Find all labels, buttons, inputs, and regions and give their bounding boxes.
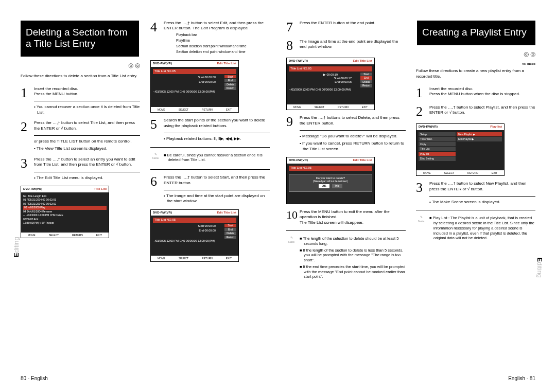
step-text: Press the …,† button to select Title Lis… [34,120,140,131]
ss-footer-item: SELECT [444,171,454,175]
ss-info: --/03/2005 12:00 PM CH9 00/00/00 12:00:0… [153,90,236,94]
ss-row: 00/00/00 Edit [23,218,107,222]
legend: Section deletion end point window and ti… [164,49,270,54]
ss-row: No. Title Length Edit [23,194,107,199]
r-step-2: 2 Press the …,† button to select Playlis… [416,105,535,118]
step-num: 10 [286,209,296,225]
step-num: 7 [286,21,296,34]
ss-start: Start 00:00:00 [153,224,216,228]
ss-footer-item: SELECT [179,257,188,260]
note-icon: ✎Note [150,153,161,165]
step-num: 5 [150,118,160,141]
ss-titlebar: Title List NO.05 [153,69,236,74]
ss-btn-return: Return [360,84,372,87]
step-num: 1 [21,86,30,116]
ss-footer-item: MOVE [158,108,165,112]
ss-top-right: Edit Title List [217,62,236,66]
ss-footer-item: EXIT [226,108,232,112]
ss-btn-end: End [360,76,372,80]
disc-icons: ◎ ◎ [416,50,535,59]
r-note: ✎Note ■ Play List : The Playlist is a un… [416,216,535,242]
step-text: Press the …,† button to select Start, an… [164,175,270,186]
note-5: ✎Note ■ Be careful, since you cannot rec… [150,153,270,165]
step-note: • The View Title List screen is displaye… [34,146,140,151]
disc-icons: ◎ ◎ [21,62,140,70]
step-6: 6 Press the …,† button to select Start, … [150,175,270,204]
screenshot-edit-1: DVD-RW(VR)Edit Title List Title List NO.… [150,60,239,113]
ss-top-left: DVD-RW(VR) [23,187,42,191]
side-label-editing-right: Editing [535,257,544,278]
legend: Playback bar [164,32,270,37]
ss-start: Start 00:00:17 [289,77,352,80]
ss-row: 12:30:00(PM) √ SP Protect [23,221,107,225]
ss-btn-delete: Delete [360,80,372,84]
screenshot-title-list: DVD-RW(VR)Title List No. Title Length Ed… [21,186,109,238]
ss-btn-start: Start [360,73,372,76]
side-label-editing: Editing [12,237,21,257]
step-text: Press the …,† button to select an entry … [34,157,140,168]
step-text: Press the …,† buttons to select Delete, … [300,115,406,126]
ss-start: Start 00:00:00 [153,76,216,79]
ss-footer-item: RETURN [467,171,478,175]
ss-footer-item: EXIT [492,171,497,175]
ss-footer-item: MOVE [423,171,431,175]
ss-footer-item: MOVE [293,105,301,109]
step-text: or press the TITLE LIST button on the re… [34,139,140,144]
col-4: Creating a Playlist Entry ◎ ◎ VR mode Fo… [416,21,535,281]
ss-footer-item: EXIT [96,234,102,237]
ss-footer-item: EXIT [226,257,232,260]
ss-submenu-item: New Playlist ▶ [457,132,502,137]
step-num: 2 [416,105,425,118]
ss-top-right: Play list [490,125,502,129]
ss-row: 04 JAN/01/2004 Rename [23,210,107,214]
step-4: 4 Press the …,† button to select Edit, a… [150,21,270,55]
note-text: ■ Be careful, since you cannot recover a… [164,153,270,163]
step-num: 3 [416,181,425,205]
step-3: 3 Press the …,† button to select an entr… [21,157,140,181]
step-num: 1 [416,86,425,100]
ss-titlebar: Title List NO.05 [289,66,372,72]
page-81: Editing 7 Press the ENTER button at the … [278,0,556,392]
heading-create-playlist: Creating a Playlist Entry [417,21,535,45]
ss-menu-item: Title List [419,147,456,151]
ss-footer-item: RETURN [202,108,213,112]
intro-text: Follow these directions to delete a sect… [21,74,140,79]
ss-play: ▶ 00:00:19 [289,73,372,77]
ss-info: --/03/2005 12:00 PM CH9 00/00/00 12:00:0… [153,239,236,243]
ss-footer-item: RETURN [202,257,213,260]
ss-btn-start: Start [224,75,236,79]
note-text: ■ If the end time precedes the start tim… [300,264,406,279]
step-text: Press the …,† button to select Playlist,… [429,105,535,116]
ss-row: 01 FEB/21/2004 02 00:02:01 [23,198,107,202]
legend: Section deletion start point window and … [164,44,270,48]
step-10: 10 Press the MENU button to exit the men… [286,209,406,225]
ss-btn-delete: Delete [224,231,236,235]
step-note: • If you want to cancel, press RETURN bu… [300,141,406,152]
step-text: Insert the recorded disc. [34,86,140,92]
note-text: ■ If the length of the section to delete… [300,248,406,263]
ss-menu-item: Disc Setting [419,156,456,161]
note-text: ■ The length of the selection to delete … [300,236,406,246]
ss-row: 02 FEB/21/2004 02 00:02:02 [23,202,107,206]
ss-footer-item: MOVE [28,234,36,237]
ss-menu-item-sel: Play list [419,152,456,156]
ss-titlebar: Title List NO.05 [289,166,372,171]
ss-top-left: DVD-RW(VR) [419,125,438,129]
ss-footer-item: SELECT [315,105,324,109]
note-icon: ✎Note [286,236,297,281]
step-text: Press the MENU button to exit the menu a… [300,209,406,220]
step-note: • The Edit Title List menu is displayed. [34,175,140,181]
screenshot-playlist: DVD-RW(VR)Play list Setup Timer Rec. Cop… [416,123,505,176]
ss-row: -- --/03/2000 12:00 PM CH9 Delete [23,213,107,218]
ss-footer-item: SELECT [49,234,59,237]
step-note: • The image and time at the start point … [164,193,270,204]
intro-text: Follow these directions to create a new … [416,68,535,79]
step-text: The Title List screen will disappear. [300,220,406,225]
screenshot-edit-8: DVD-RW(VR)Edit Title List Title List NO.… [286,58,375,110]
ss-btn-return: Return [224,86,236,90]
step-text: Search the start points of the section y… [164,118,270,129]
legend: Playtime [164,38,270,43]
step-text: Insert the recorded disc. [429,86,535,92]
ss-footer-item: EXIT [362,105,368,109]
step-num: 3 [21,157,30,181]
